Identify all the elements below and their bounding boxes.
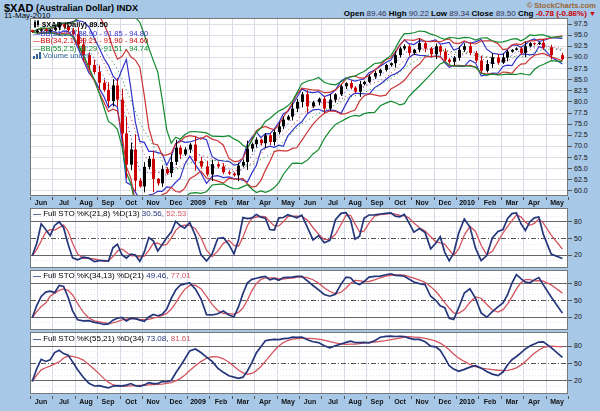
x-axis-tick — [299, 396, 300, 399]
x-axis-label: Jul — [59, 398, 69, 406]
stoch3-k-value: 73.08 — [146, 334, 166, 343]
x-axis-label: Mar — [506, 199, 518, 207]
y-axis-label: 95.0 — [574, 31, 588, 38]
x-axis-label: 2009 — [190, 199, 206, 207]
x-axis-label: Aug — [79, 199, 93, 207]
y-axis-label: 75.0 — [574, 120, 588, 127]
x-axis-label: Sep — [102, 398, 115, 406]
x-axis-label: Nov — [146, 398, 159, 406]
x-axis-tick — [165, 396, 166, 399]
y-axis-tick — [568, 317, 572, 318]
x-axis-tick — [97, 396, 98, 399]
x-axis-tick — [321, 197, 322, 200]
x-axis-tick — [187, 197, 188, 200]
stoch2-label: Full STO %K(34,13) %D(21) — [43, 271, 144, 280]
x-axis-label: Jun — [304, 398, 316, 406]
x-axis-label: Feb — [215, 199, 227, 207]
x-axis-tick — [546, 396, 547, 399]
y-axis-tick — [568, 24, 572, 25]
y-axis-label: 50 — [574, 360, 582, 367]
x-axis-tick — [501, 396, 502, 399]
chg-label: Chg — [518, 9, 534, 18]
x-axis-tick — [478, 197, 479, 200]
y-axis-label: 60.0 — [574, 187, 588, 194]
x-axis-label: Sep — [371, 398, 384, 406]
x-axis-label: May — [550, 398, 564, 406]
x-axis-tick — [187, 396, 188, 399]
y-axis-tick — [568, 179, 572, 180]
x-axis-tick — [209, 197, 210, 200]
stoch1-legend: — Full STO %K(21,8) %D(13) 30.56, 52.53 — [33, 209, 186, 218]
x-axis-tick — [434, 197, 435, 200]
x-axis-tick — [456, 197, 457, 200]
x-axis-tick — [30, 197, 31, 200]
y-axis-label: 50 — [574, 235, 582, 242]
x-axis-label: Mar — [237, 398, 249, 406]
volume-bars-icon — [33, 52, 41, 61]
y-axis-tick — [568, 300, 572, 301]
y-axis-label: 82.5 — [574, 87, 588, 94]
x-axis-label: Apr — [259, 199, 271, 207]
stoch3-legend: — Full STO %K(55,21) %D(34) 73.08, 81.61 — [33, 334, 191, 343]
x-axis-tick — [75, 396, 76, 399]
y-axis-tick — [568, 255, 572, 256]
x-axis-tick — [277, 197, 278, 200]
x-axis-tick — [254, 197, 255, 200]
y-axis-tick — [568, 157, 572, 158]
x-axis-tick — [546, 197, 547, 200]
x-axis-tick — [52, 396, 53, 399]
y-axis-label: 72.5 — [574, 131, 588, 138]
low-label: Low — [431, 9, 447, 18]
x-axis-tick — [389, 197, 390, 200]
y-axis-tick — [568, 35, 572, 36]
y-axis-label: 80 — [574, 280, 582, 287]
x-axis-tick — [389, 396, 390, 399]
x-axis-label: Aug — [348, 199, 362, 207]
open-label: Open — [344, 9, 364, 18]
y-axis-tick — [568, 380, 572, 381]
down-arrow-icon: ▼ — [589, 10, 596, 17]
x-axis-tick — [523, 197, 524, 200]
x-axis-tick — [232, 396, 233, 399]
y-axis-label: 20 — [574, 313, 582, 320]
stoch1-d-value: 52.53 — [166, 209, 186, 218]
x-axis-label: Sep — [102, 199, 115, 207]
x-axis-label: 2010 — [459, 398, 475, 406]
x-axis-label: Apr — [528, 398, 540, 406]
x-axis-tick — [142, 197, 143, 200]
x-axis-label: May — [281, 398, 295, 406]
y-axis-label: 85.0 — [574, 76, 588, 83]
stoch2-d-value: 77.01 — [171, 271, 191, 280]
x-axis-label: Feb — [484, 398, 496, 406]
y-axis-label: 65.0 — [574, 165, 588, 172]
y-axis-tick — [568, 168, 572, 169]
x-axis-label: Apr — [259, 398, 271, 406]
x-axis-label: Sep — [371, 199, 384, 207]
y-axis-label: 80 — [574, 342, 582, 349]
x-axis-label: Apr — [528, 199, 540, 207]
x-axis-tick — [366, 197, 367, 200]
y-axis-label: 70.0 — [574, 142, 588, 149]
y-axis-label: 80.0 — [574, 98, 588, 105]
volume-legend: Volume undef — [43, 51, 89, 60]
x-axis-label: Dec — [170, 398, 183, 406]
x-axis-label: Dec — [439, 398, 452, 406]
y-axis-tick — [568, 46, 572, 47]
y-axis-label: 50 — [574, 297, 582, 304]
x-axis-tick — [232, 197, 233, 200]
x-axis-label: Jul — [328, 398, 338, 406]
y-axis-label: 97.5 — [574, 20, 588, 27]
y-axis-label: 20 — [574, 377, 582, 384]
x-axis-label: Jul — [59, 199, 69, 207]
x-axis-tick — [277, 396, 278, 399]
y-axis-label: 92.5 — [574, 42, 588, 49]
x-axis-label: Feb — [215, 398, 227, 406]
open-value: 89.46 — [367, 9, 387, 18]
x-axis-label: 2010 — [459, 199, 475, 207]
y-axis-tick — [568, 90, 572, 91]
x-axis-label: Nov — [415, 398, 428, 406]
x-axis-tick — [568, 396, 569, 399]
x-axis-tick — [434, 396, 435, 399]
x-axis-tick — [478, 396, 479, 399]
y-axis-label: 67.5 — [574, 154, 588, 161]
